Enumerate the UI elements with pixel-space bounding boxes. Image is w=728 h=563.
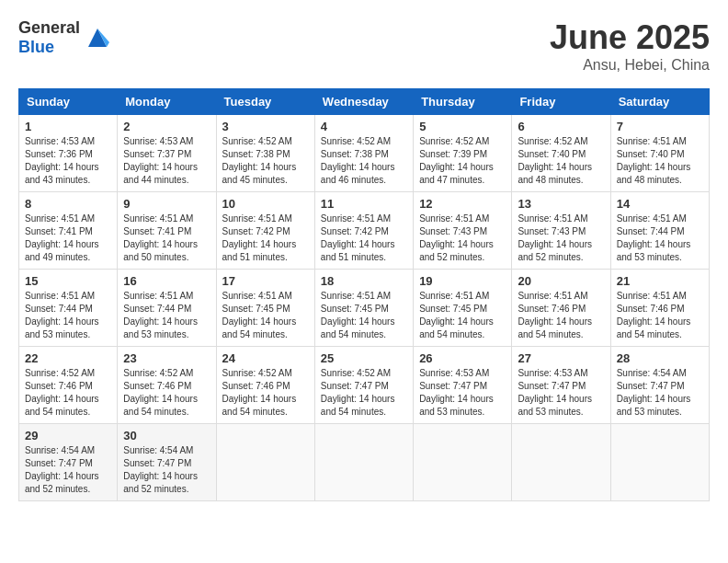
day-number: 9 [123, 197, 210, 211]
day-detail: Sunrise: 4:54 AMSunset: 7:47 PMDaylight:… [123, 444, 210, 496]
day-number: 23 [123, 351, 210, 365]
day-number: 27 [518, 351, 604, 365]
day-number: 18 [321, 274, 407, 288]
day-number: 29 [25, 429, 111, 442]
day-detail: Sunrise: 4:52 AMSunset: 7:40 PMDaylight:… [518, 135, 604, 187]
calendar-cell: 15Sunrise: 4:51 AMSunset: 7:44 PMDayligh… [19, 270, 118, 347]
calendar-cell: 18Sunrise: 4:51 AMSunset: 7:45 PMDayligh… [314, 270, 413, 347]
logo: General Blue [18, 18, 111, 57]
location-title: Ansu, Hebei, China [550, 57, 710, 74]
calendar-cell: 19Sunrise: 4:51 AMSunset: 7:45 PMDayligh… [414, 270, 512, 347]
day-number: 19 [419, 274, 506, 288]
day-detail: Sunrise: 4:52 AMSunset: 7:38 PMDaylight:… [222, 135, 309, 187]
calendar-cell: 13Sunrise: 4:51 AMSunset: 7:43 PMDayligh… [512, 192, 610, 270]
calendar-cell: 7Sunrise: 4:51 AMSunset: 7:40 PMDaylight… [610, 115, 709, 192]
day-number: 25 [321, 351, 407, 365]
day-detail: Sunrise: 4:53 AMSunset: 7:47 PMDaylight:… [419, 367, 506, 419]
day-number: 14 [617, 197, 703, 211]
day-detail: Sunrise: 4:51 AMSunset: 7:45 PMDaylight:… [222, 290, 309, 341]
weekday-header-friday: Friday [512, 89, 610, 115]
day-detail: Sunrise: 4:51 AMSunset: 7:42 PMDaylight:… [222, 213, 309, 264]
day-number: 26 [419, 351, 506, 365]
day-number: 5 [419, 120, 506, 133]
day-detail: Sunrise: 4:51 AMSunset: 7:46 PMDaylight:… [617, 290, 703, 341]
day-detail: Sunrise: 4:54 AMSunset: 7:47 PMDaylight:… [25, 444, 111, 496]
calendar-cell: 25Sunrise: 4:52 AMSunset: 7:47 PMDayligh… [314, 347, 413, 424]
weekday-header-monday: Monday [118, 89, 216, 115]
calendar-cell [314, 424, 413, 501]
weekday-header-saturday: Saturday [610, 89, 709, 115]
day-number: 8 [25, 197, 111, 211]
day-number: 3 [222, 120, 309, 133]
day-detail: Sunrise: 4:53 AMSunset: 7:36 PMDaylight:… [25, 135, 111, 187]
day-number: 11 [321, 197, 407, 211]
calendar-cell: 3Sunrise: 4:52 AMSunset: 7:38 PMDaylight… [216, 115, 314, 192]
calendar-week-row: 15Sunrise: 4:51 AMSunset: 7:44 PMDayligh… [19, 270, 710, 347]
calendar-cell [610, 424, 709, 501]
day-detail: Sunrise: 4:51 AMSunset: 7:40 PMDaylight:… [617, 135, 703, 187]
day-detail: Sunrise: 4:51 AMSunset: 7:45 PMDaylight:… [321, 290, 407, 341]
day-detail: Sunrise: 4:51 AMSunset: 7:41 PMDaylight:… [123, 213, 210, 264]
weekday-header-tuesday: Tuesday [216, 89, 314, 115]
day-number: 1 [25, 120, 111, 133]
calendar-cell: 5Sunrise: 4:52 AMSunset: 7:39 PMDaylight… [414, 115, 512, 192]
day-number: 2 [123, 120, 210, 133]
logo-general-text: General [18, 18, 80, 37]
day-number: 4 [321, 120, 407, 133]
header: General Blue June 2025 Ansu, Hebei, Chin… [18, 18, 710, 74]
day-number: 30 [123, 429, 210, 442]
logo-blue-text: Blue [18, 38, 54, 56]
calendar-cell: 6Sunrise: 4:52 AMSunset: 7:40 PMDaylight… [512, 115, 610, 192]
calendar-cell: 22Sunrise: 4:52 AMSunset: 7:46 PMDayligh… [19, 347, 118, 424]
calendar-week-row: 29Sunrise: 4:54 AMSunset: 7:47 PMDayligh… [19, 424, 710, 501]
day-detail: Sunrise: 4:51 AMSunset: 7:44 PMDaylight:… [617, 213, 703, 264]
calendar-cell: 24Sunrise: 4:52 AMSunset: 7:46 PMDayligh… [216, 347, 314, 424]
calendar-cell: 21Sunrise: 4:51 AMSunset: 7:46 PMDayligh… [610, 270, 709, 347]
weekday-header-sunday: Sunday [19, 89, 118, 115]
calendar-cell: 10Sunrise: 4:51 AMSunset: 7:42 PMDayligh… [216, 192, 314, 270]
day-number: 20 [518, 274, 604, 288]
logo-icon [84, 24, 111, 52]
day-detail: Sunrise: 4:52 AMSunset: 7:46 PMDaylight:… [25, 367, 111, 419]
day-detail: Sunrise: 4:51 AMSunset: 7:43 PMDaylight:… [518, 213, 604, 264]
calendar-cell: 8Sunrise: 4:51 AMSunset: 7:41 PMDaylight… [19, 192, 118, 270]
day-number: 6 [518, 120, 604, 133]
calendar-cell: 20Sunrise: 4:51 AMSunset: 7:46 PMDayligh… [512, 270, 610, 347]
day-detail: Sunrise: 4:51 AMSunset: 7:43 PMDaylight:… [419, 213, 506, 264]
calendar-cell: 23Sunrise: 4:52 AMSunset: 7:46 PMDayligh… [118, 347, 216, 424]
day-number: 22 [25, 351, 111, 365]
weekday-header-wednesday: Wednesday [314, 89, 413, 115]
calendar-cell: 17Sunrise: 4:51 AMSunset: 7:45 PMDayligh… [216, 270, 314, 347]
calendar-cell: 12Sunrise: 4:51 AMSunset: 7:43 PMDayligh… [414, 192, 512, 270]
day-number: 7 [617, 120, 703, 133]
calendar-week-row: 8Sunrise: 4:51 AMSunset: 7:41 PMDaylight… [19, 192, 710, 270]
calendar-cell: 11Sunrise: 4:51 AMSunset: 7:42 PMDayligh… [314, 192, 413, 270]
calendar-week-row: 1Sunrise: 4:53 AMSunset: 7:36 PMDaylight… [19, 115, 710, 192]
calendar-cell: 4Sunrise: 4:52 AMSunset: 7:38 PMDaylight… [314, 115, 413, 192]
calendar-cell: 29Sunrise: 4:54 AMSunset: 7:47 PMDayligh… [19, 424, 118, 501]
day-number: 21 [617, 274, 703, 288]
day-detail: Sunrise: 4:51 AMSunset: 7:46 PMDaylight:… [518, 290, 604, 341]
day-detail: Sunrise: 4:53 AMSunset: 7:37 PMDaylight:… [123, 135, 210, 187]
calendar-header-row: SundayMondayTuesdayWednesdayThursdayFrid… [19, 89, 710, 115]
calendar-cell: 9Sunrise: 4:51 AMSunset: 7:41 PMDaylight… [118, 192, 216, 270]
day-detail: Sunrise: 4:52 AMSunset: 7:46 PMDaylight:… [123, 367, 210, 419]
calendar-cell [512, 424, 610, 501]
day-number: 13 [518, 197, 604, 211]
day-detail: Sunrise: 4:51 AMSunset: 7:45 PMDaylight:… [419, 290, 506, 341]
day-detail: Sunrise: 4:54 AMSunset: 7:47 PMDaylight:… [617, 367, 703, 419]
calendar-cell: 2Sunrise: 4:53 AMSunset: 7:37 PMDaylight… [118, 115, 216, 192]
day-number: 10 [222, 197, 309, 211]
calendar: SundayMondayTuesdayWednesdayThursdayFrid… [18, 88, 710, 501]
calendar-cell: 26Sunrise: 4:53 AMSunset: 7:47 PMDayligh… [414, 347, 512, 424]
day-detail: Sunrise: 4:53 AMSunset: 7:47 PMDaylight:… [518, 367, 604, 419]
calendar-cell: 1Sunrise: 4:53 AMSunset: 7:36 PMDaylight… [19, 115, 118, 192]
day-number: 12 [419, 197, 506, 211]
weekday-header-thursday: Thursday [414, 89, 512, 115]
title-area: June 2025 Ansu, Hebei, China [550, 18, 710, 74]
day-detail: Sunrise: 4:51 AMSunset: 7:41 PMDaylight:… [25, 213, 111, 264]
calendar-week-row: 22Sunrise: 4:52 AMSunset: 7:46 PMDayligh… [19, 347, 710, 424]
day-detail: Sunrise: 4:52 AMSunset: 7:46 PMDaylight:… [222, 367, 309, 419]
day-number: 28 [617, 351, 703, 365]
day-detail: Sunrise: 4:52 AMSunset: 7:38 PMDaylight:… [321, 135, 407, 187]
